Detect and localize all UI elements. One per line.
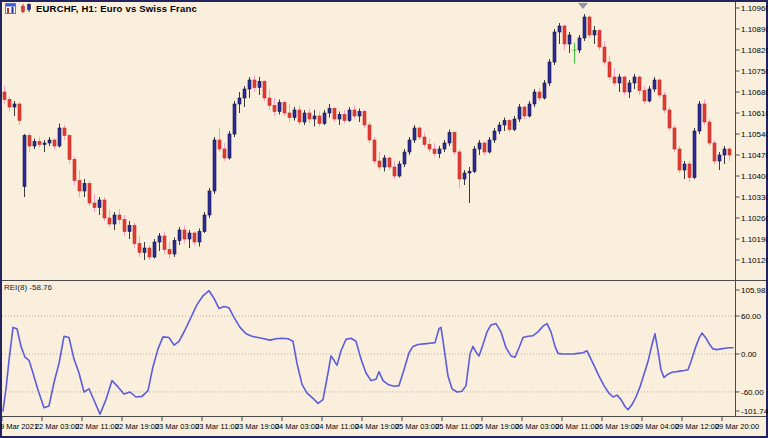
candle-body [128, 226, 131, 232]
candle-body [333, 109, 336, 120]
candle-body [693, 131, 696, 178]
candle-body [678, 149, 681, 170]
candle-body [38, 142, 41, 145]
chart-title-row: EURCHF, H1: Euro vs Swiss Franc [5, 3, 197, 14]
candle-body [278, 103, 281, 112]
candle-body [443, 143, 446, 149]
candle-body [473, 149, 476, 172]
candle-body [513, 119, 516, 130]
candle-body [103, 200, 106, 218]
candle-body [438, 149, 441, 154]
candle-body [223, 149, 226, 158]
candle-body [328, 109, 331, 114]
chart-symbol-title: EURCHF, H1: Euro vs Swiss Franc [36, 3, 197, 14]
candle-body [73, 160, 76, 181]
candle-body [413, 128, 416, 140]
candle-body [203, 215, 206, 232]
candle-body [663, 95, 666, 110]
candle-body [703, 104, 706, 122]
candle-body [338, 115, 341, 120]
candle-body [233, 104, 236, 134]
candle-body [93, 203, 96, 208]
candle-body [228, 134, 231, 158]
candle-body [633, 77, 636, 83]
candle-body [63, 128, 66, 136]
candle-body [648, 89, 651, 101]
candle-body [718, 155, 721, 161]
candle-body [653, 80, 656, 89]
candle-body [68, 136, 71, 160]
candle-body [423, 137, 426, 145]
price-scale[interactable] [736, 2, 766, 416]
candle-body [143, 248, 146, 253]
chart-window-icon[interactable] [5, 3, 16, 14]
candle-body [638, 77, 641, 91]
candle-body [498, 125, 501, 131]
candle-body [688, 164, 691, 178]
candle-body [503, 121, 506, 126]
candle-body [588, 17, 591, 35]
candle-body [368, 125, 371, 140]
candle-body [483, 143, 486, 152]
candle-body [163, 236, 166, 250]
candle-body [598, 31, 601, 48]
candle-body [343, 115, 346, 121]
candle-body [623, 77, 626, 92]
candle-body [493, 131, 496, 140]
candle-body [583, 17, 586, 38]
price-chart-canvas[interactable]: 1.109601.108901.108201.107501.106801.106… [0, 0, 768, 438]
candle-body [428, 145, 431, 150]
time-scale[interactable] [2, 417, 735, 436]
candle-body [508, 121, 511, 130]
candle-body [568, 35, 571, 44]
candle-body [723, 149, 726, 155]
candle-body [603, 47, 606, 62]
candle-body [23, 136, 26, 187]
candle-body [458, 152, 461, 179]
candle-body [238, 98, 241, 104]
candle-body [668, 110, 671, 128]
candle-body [553, 32, 556, 62]
candle-body [288, 113, 291, 118]
candle-body [133, 226, 136, 244]
chart-window: 1.109601.108901.108201.107501.106801.106… [0, 0, 768, 438]
candle-body [293, 110, 296, 118]
candle-body [273, 106, 276, 112]
pane-splitter[interactable] [2, 278, 735, 283]
candle-body [53, 140, 56, 146]
candle-body [453, 133, 456, 153]
candle-body [173, 241, 176, 255]
candle-body [153, 242, 156, 257]
candle-body [398, 164, 401, 176]
candle-body [313, 116, 316, 119]
candle-body [488, 140, 491, 152]
candle-body [283, 103, 286, 114]
candle-body [558, 26, 561, 32]
candle-body [88, 184, 91, 204]
candle-body [168, 250, 171, 255]
candle-body [673, 128, 676, 149]
candle-body [353, 110, 356, 116]
candle-body [158, 236, 161, 242]
candle-body [148, 248, 151, 257]
candle-body [303, 113, 306, 122]
candle-body [298, 110, 301, 122]
candle-body [628, 83, 631, 92]
candle-body [728, 149, 731, 155]
candle-body [578, 38, 581, 50]
candle-body [183, 230, 186, 239]
candlestick-chart-icon[interactable] [20, 3, 32, 14]
candle-body [243, 89, 246, 98]
candle-body [403, 152, 406, 164]
candle-body [108, 218, 111, 224]
candle-body [98, 200, 101, 208]
candle-body [208, 191, 211, 215]
candle-body [388, 158, 391, 167]
candle-body [28, 136, 31, 147]
candle-body [618, 77, 621, 83]
candle-body [58, 128, 61, 146]
candle-body [48, 140, 51, 143]
candle-body [113, 215, 116, 224]
candle-body [408, 140, 411, 152]
candle-body [348, 110, 351, 121]
